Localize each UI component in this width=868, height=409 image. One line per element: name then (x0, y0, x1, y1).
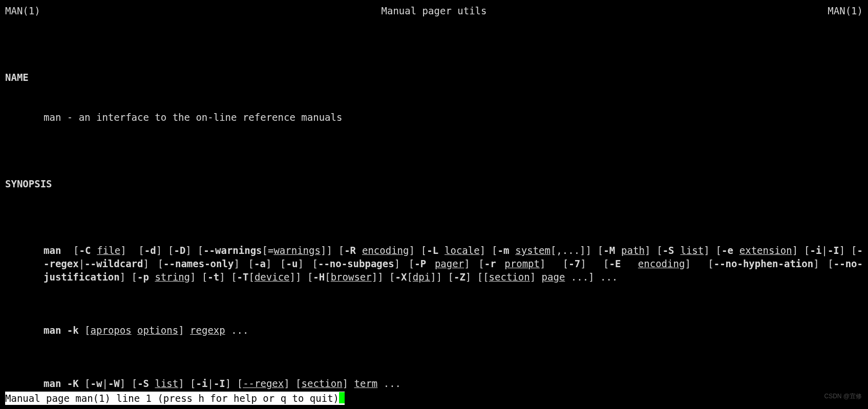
man-page-viewer[interactable]: MAN(1) Manual pager utils MAN(1) NAME ma… (0, 0, 868, 409)
header-left: MAN(1) (5, 4, 40, 17)
synopsis-line-1: man [-C file] [-d] [-D] [--warnings[=war… (44, 244, 863, 284)
page-header: MAN(1) Manual pager utils MAN(1) (0, 0, 868, 17)
page-body: NAME man - an interface to the on-line r… (0, 17, 868, 409)
header-center: Manual pager utils (382, 4, 487, 17)
synopsis-line-3: man -K [-w|-W] [-S list] [-i|-I] [--rege… (44, 377, 863, 390)
header-right: MAN(1) (828, 4, 863, 17)
section-name-head: NAME (5, 71, 863, 84)
cursor-icon (339, 392, 345, 403)
watermark-text: CSDN @宜修 (824, 390, 862, 403)
status-text: Manual page man(1) line 1 (press h for h… (5, 393, 339, 404)
pager-status-bar[interactable]: Manual page man(1) line 1 (press h for h… (5, 392, 345, 405)
synopsis-line-2: man -k [apropos options] regexp ... (44, 324, 863, 337)
section-name-body: man - an interface to the on-line refere… (44, 111, 863, 124)
section-synopsis-head: SYNOPSIS (5, 177, 863, 190)
